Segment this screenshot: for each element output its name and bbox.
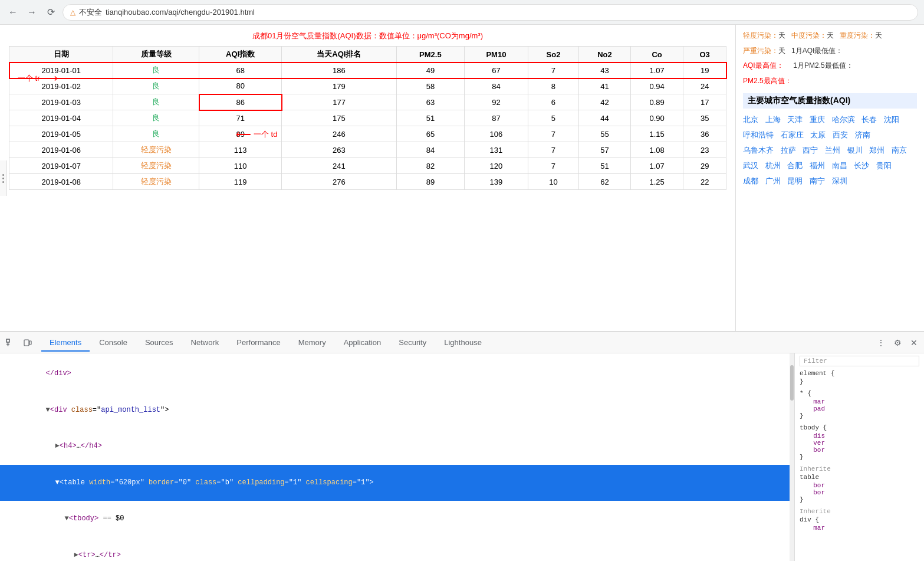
table-cell: 轻度污染: [113, 158, 199, 174]
table-cell: 113: [199, 142, 282, 158]
devtools-body: </div> ▼<div class="api_month_list"> ►<h…: [0, 353, 924, 561]
table-cell: 80: [199, 78, 282, 94]
tab-lighthouse[interactable]: Lighthouse: [436, 334, 490, 352]
city-row-5: 成都 广州 昆明 南宁 深圳: [743, 173, 917, 189]
table-cell: 106: [465, 126, 528, 142]
city-beijing[interactable]: 北京: [743, 115, 758, 124]
city-taiyuan[interactable]: 太原: [810, 130, 826, 139]
table-cell: 55: [579, 126, 631, 142]
city-shanghai[interactable]: 上海: [765, 115, 781, 124]
col-o3: O3: [683, 47, 726, 63]
address-bar[interactable]: △ 不安全 tianqihoubao.com/aqi/chengdu-20190…: [63, 4, 918, 21]
reload-button[interactable]: ⟳: [44, 5, 58, 19]
table-cell: 67: [465, 63, 528, 78]
html-line[interactable]: ▼<tbody> == $0: [0, 501, 790, 537]
tab-network[interactable]: Network: [183, 334, 228, 352]
city-chongqing[interactable]: 重庆: [810, 115, 825, 124]
table-cell: 89: [396, 174, 464, 190]
city-guiyang[interactable]: 贵阳: [876, 161, 892, 170]
table-cell: 1.25: [630, 174, 683, 190]
table-cell: 92: [465, 94, 528, 110]
table-cell: 22: [683, 174, 726, 190]
html-line[interactable]: ►<tr>…</tr>: [0, 537, 790, 561]
inspect-element-button[interactable]: [2, 335, 18, 350]
scrollbar-thumb[interactable]: [790, 365, 794, 401]
table-cell: 139: [465, 174, 528, 190]
city-kunming[interactable]: 昆明: [787, 176, 803, 185]
city-changsha[interactable]: 长沙: [854, 161, 869, 170]
tab-security[interactable]: Security: [390, 334, 435, 352]
back-button[interactable]: ←: [6, 5, 20, 19]
tab-elements[interactable]: Elements: [41, 334, 90, 352]
tab-memory[interactable]: Memory: [290, 334, 334, 352]
table-cell: 131: [465, 142, 528, 158]
city-hefei[interactable]: 合肥: [787, 161, 803, 170]
tab-console[interactable]: Console: [91, 334, 136, 352]
table-cell: 186: [282, 63, 397, 78]
url-text: tianqihoubao.com/aqi/chengdu-201901.html: [106, 8, 255, 17]
city-chengdu[interactable]: 成都: [743, 176, 758, 185]
city-links[interactable]: 北京 上海 天津 重庆 哈尔滨 长春 沈阳 呼和浩特 石家庄 太原 西安 济南 …: [743, 112, 917, 189]
table-cell: 6: [528, 94, 578, 110]
table-cell: 2019-01-05: [9, 126, 113, 142]
styles-filter[interactable]: Filter: [800, 356, 919, 366]
insecure-label: 不安全: [79, 7, 102, 18]
city-nanjing[interactable]: 南京: [892, 146, 907, 155]
table-cell: 110: [199, 158, 282, 174]
html-line-table[interactable]: ▼<table width="620px" border="0" class="…: [0, 465, 790, 501]
city-zhengzhou[interactable]: 郑州: [869, 146, 884, 155]
table-cell: 175: [282, 110, 397, 126]
table-cell: 276: [282, 174, 397, 190]
col-aqi: AQI指数: [199, 47, 282, 63]
city-xian[interactable]: 西安: [833, 130, 848, 139]
col-pm25: PM2.5: [396, 47, 464, 63]
city-shenzhen[interactable]: 深圳: [832, 176, 847, 185]
table-cell: 2019-01-07: [9, 158, 113, 174]
city-lhasa[interactable]: 拉萨: [781, 146, 796, 155]
city-nanning[interactable]: 南宁: [810, 176, 825, 185]
city-hangzhou[interactable]: 杭州: [765, 161, 781, 170]
col-quality: 质量等级: [113, 47, 199, 63]
city-xining[interactable]: 西宁: [803, 146, 818, 155]
city-urumqi[interactable]: 乌鲁木齐: [743, 146, 774, 155]
device-toggle-button[interactable]: [20, 335, 35, 350]
city-shijiazhuang[interactable]: 石家庄: [781, 130, 804, 139]
close-devtools-button[interactable]: ✕: [906, 335, 922, 350]
city-lanzhou[interactable]: 兰州: [825, 146, 840, 155]
tab-performance[interactable]: Performance: [228, 334, 288, 352]
forward-button[interactable]: →: [25, 5, 39, 19]
devtools-tabs: Elements Console Sources Network Perform…: [0, 332, 924, 353]
styles-selector: tbody {: [800, 424, 919, 431]
city-wuhan[interactable]: 武汉: [743, 161, 758, 170]
styles-prop: ver: [800, 439, 919, 447]
table-header-row: 日期 质量等级 AQI指数 当天AQI排名 PM2.5 PM10 So2 No2…: [9, 47, 726, 63]
city-tianjin[interactable]: 天津: [787, 115, 803, 124]
city-nanchang[interactable]: 南昌: [832, 161, 847, 170]
html-line[interactable]: ▼<div class="api_month_list">: [0, 392, 790, 429]
tab-application[interactable]: Application: [336, 334, 390, 352]
city-yinchuan[interactable]: 银川: [847, 146, 863, 155]
city-fuzhou[interactable]: 福州: [810, 161, 825, 170]
table-cell: 轻度污染: [113, 174, 199, 190]
table-cell: 29: [683, 158, 726, 174]
city-harbin[interactable]: 哈尔滨: [832, 115, 855, 124]
city-jinan[interactable]: 济南: [855, 130, 870, 139]
elements-panel[interactable]: </div> ▼<div class="api_month_list"> ►<h…: [0, 353, 790, 561]
city-shenyang[interactable]: 沈阳: [884, 115, 899, 124]
html-line[interactable]: ►<h4>…</h4>: [0, 428, 790, 465]
city-guangzhou[interactable]: 广州: [765, 176, 781, 185]
table-cell: 87: [465, 110, 528, 126]
city-changchun[interactable]: 长春: [861, 115, 877, 124]
html-line[interactable]: </div>: [0, 356, 790, 392]
tab-sources[interactable]: Sources: [137, 334, 182, 352]
devtools-scrollbar[interactable]: [790, 353, 794, 561]
table-cell: 68: [199, 63, 282, 78]
more-tabs-button[interactable]: ⋮: [873, 335, 889, 350]
settings-button[interactable]: ⚙: [890, 335, 905, 350]
col-co: Co: [630, 47, 683, 63]
city-hohhot[interactable]: 呼和浩特: [743, 130, 774, 139]
table-cell: 58: [396, 78, 464, 94]
tr-annotation-text: 一个 tr: [18, 73, 40, 84]
table-cell: 35: [683, 110, 726, 126]
table-cell: 24: [683, 78, 726, 94]
